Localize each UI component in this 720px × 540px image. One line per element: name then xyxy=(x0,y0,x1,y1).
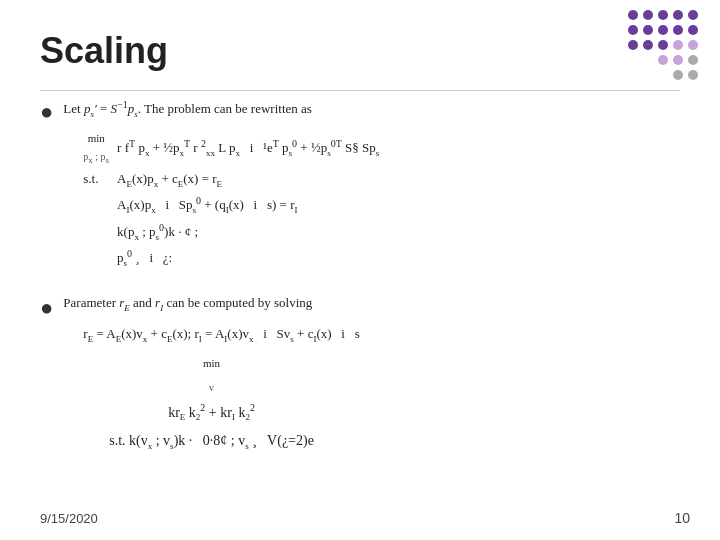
dot xyxy=(673,55,683,65)
dot xyxy=(688,40,698,50)
dot xyxy=(688,25,698,35)
dot xyxy=(643,40,653,50)
slide-title: Scaling xyxy=(40,30,680,72)
slide-page-number: 10 xyxy=(674,510,690,526)
math-block-1: min px ; ps r fT px + ½pxT r 2xx L px i … xyxy=(63,129,379,271)
dot xyxy=(673,70,683,80)
bullet-dot-2: ● xyxy=(40,295,53,321)
dot xyxy=(688,70,698,80)
dot xyxy=(658,55,668,65)
bullet-item-1: ● Let ps′ = S−1ps. The problem can be re… xyxy=(40,97,680,279)
bullet-text-1: Let ps′ = S−1ps. The problem can be rewr… xyxy=(63,97,379,279)
dot xyxy=(643,25,653,35)
bullet-item-2: ● Parameter rE and rI can be computed by… xyxy=(40,293,680,462)
math-block-2: rE = AE(x)vx + cE(x); rI = AI(x)vx i Svs… xyxy=(63,323,360,454)
dot xyxy=(688,55,698,65)
dot xyxy=(688,10,698,20)
dot xyxy=(628,40,638,50)
decoration xyxy=(628,10,700,82)
dot xyxy=(658,25,668,35)
dot xyxy=(643,55,653,65)
dot xyxy=(643,70,653,80)
dot xyxy=(643,10,653,20)
dot xyxy=(628,55,638,65)
dot xyxy=(628,70,638,80)
dot xyxy=(628,10,638,20)
title-divider xyxy=(40,90,680,91)
dot xyxy=(673,40,683,50)
slide-date: 9/15/2020 xyxy=(40,511,98,526)
dot xyxy=(628,25,638,35)
dot xyxy=(658,10,668,20)
dot xyxy=(658,40,668,50)
slide: Scaling ● Let ps′ = S−1ps. The problem c… xyxy=(0,0,720,540)
bullet-dot-1: ● xyxy=(40,99,53,125)
bullet-text-2: Parameter rE and rI can be computed by s… xyxy=(63,293,360,462)
dot xyxy=(673,10,683,20)
dot xyxy=(658,70,668,80)
dot xyxy=(673,25,683,35)
